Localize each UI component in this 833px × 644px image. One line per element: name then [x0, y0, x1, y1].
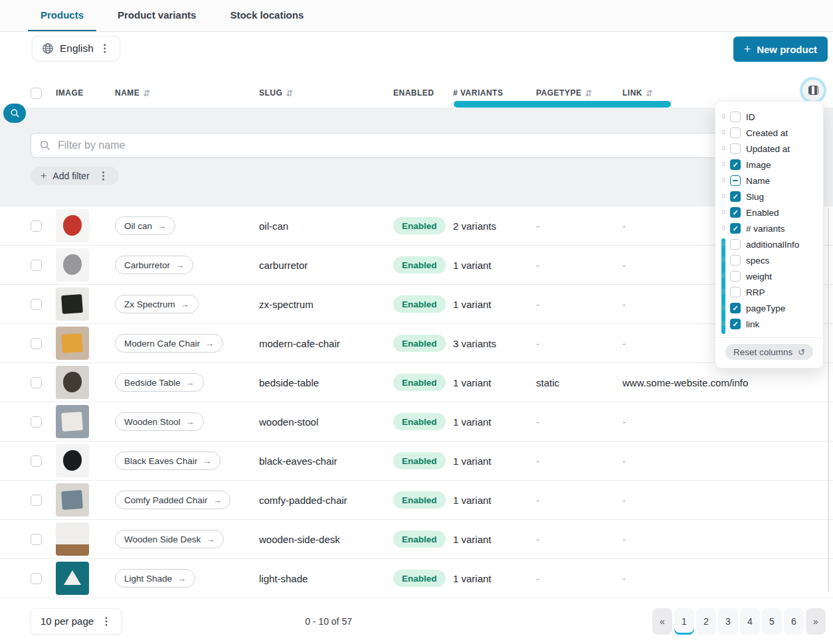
drag-handle-icon[interactable]: ⠿	[721, 273, 725, 280]
column-checkbox[interactable]	[730, 271, 741, 282]
column-checkbox[interactable]	[730, 239, 741, 250]
product-name-label: Light Shade	[124, 574, 172, 584]
result-range-label: 0 - 10 of 57	[63, 616, 594, 627]
drag-handle-icon[interactable]: ⠿	[721, 161, 725, 168]
column-checkbox[interactable]: ✓	[730, 319, 741, 329]
table-row: Carburretor→carburretorEnabled1 variant-…	[0, 246, 833, 285]
pagetype-value: -	[536, 220, 622, 232]
row-checkbox[interactable]	[31, 299, 42, 310]
tab-stock-locations[interactable]: Stock locations	[217, 0, 316, 31]
product-name-link[interactable]: Bedside Table→	[115, 373, 204, 392]
column-checkbox[interactable]: ✓	[730, 303, 741, 313]
product-name-link[interactable]: Light Shade→	[115, 569, 195, 588]
new-product-button[interactable]: + New product	[733, 37, 828, 62]
column-checkbox[interactable]	[730, 175, 741, 186]
scrollbar-track[interactable]	[828, 208, 829, 592]
column-picker-item-pagetype[interactable]: ⠿✓pageType	[715, 300, 823, 316]
product-name-link[interactable]: Carburretor→	[115, 256, 193, 274]
column-picker-item-link[interactable]: ⠿✓link	[715, 316, 823, 332]
next-page-button[interactable]: »	[806, 608, 826, 635]
drag-handle-icon[interactable]: ⠿	[721, 305, 725, 311]
column-checkbox[interactable]: ✓	[730, 223, 741, 234]
row-checkbox[interactable]	[31, 495, 42, 506]
column-picker-label: specs	[746, 256, 769, 266]
drag-handle-icon[interactable]: ⠿	[721, 129, 725, 136]
tab-products[interactable]: Products	[28, 0, 96, 31]
column-picker-button[interactable]	[802, 80, 824, 101]
column-picker-item-weight[interactable]: ⠿weight	[715, 268, 823, 284]
drag-handle-icon[interactable]: ⠿	[721, 209, 725, 216]
column-checkbox[interactable]	[730, 127, 741, 138]
add-filter-button[interactable]: + Add filter ⋮	[31, 167, 119, 185]
row-checkbox[interactable]	[31, 220, 42, 232]
reset-columns-button[interactable]: Reset columns ↺	[725, 344, 813, 360]
row-checkbox[interactable]	[31, 416, 42, 428]
column-picker-item-name[interactable]: ⠿Name	[715, 173, 823, 189]
product-slug: bedside-table	[259, 377, 393, 388]
column-picker-item-created-at[interactable]: ⠿Created at	[715, 125, 823, 141]
filter-by-name-input[interactable]	[31, 133, 824, 158]
column-checkbox[interactable]	[730, 143, 741, 154]
page-button-3[interactable]: 3	[718, 608, 738, 635]
drag-handle-icon[interactable]: ⠿	[721, 145, 725, 152]
column-checkbox[interactable]	[730, 255, 741, 266]
drag-handle-icon[interactable]: ⠿	[721, 257, 725, 264]
column-picker-item-updated-at[interactable]: ⠿Updated at	[715, 141, 823, 157]
column-picker-item-slug[interactable]: ⠿✓Slug	[715, 189, 823, 204]
column-checkbox[interactable]	[730, 287, 741, 297]
page-button-5[interactable]: 5	[762, 608, 782, 635]
column-picker-item-additionalinfo[interactable]: ⠿additionalInfo	[715, 236, 823, 252]
sort-icon[interactable]: ⇵	[143, 88, 150, 98]
product-slug: modern-cafe-chair	[259, 338, 393, 349]
product-thumbnail-cell	[56, 562, 115, 595]
product-name-link[interactable]: Oil can→	[115, 216, 175, 235]
product-name-link[interactable]: Wooden Side Desk→	[115, 530, 224, 548]
column-picker-item-rrp[interactable]: ⠿RRP	[715, 284, 823, 300]
drag-handle-icon[interactable]: ⠿	[721, 321, 725, 327]
product-name-link[interactable]: Comfy Padded Chair→	[115, 491, 231, 509]
page-button-2[interactable]: 2	[696, 608, 716, 635]
column-picker-item-image[interactable]: ⠿✓Image	[715, 157, 823, 173]
prev-page-button[interactable]: «	[652, 608, 672, 635]
sort-icon[interactable]: ⇵	[646, 88, 653, 98]
language-menu-icon[interactable]: ⋮	[100, 43, 110, 54]
select-all-checkbox[interactable]	[31, 88, 42, 99]
row-checkbox[interactable]	[31, 455, 42, 467]
drag-handle-icon[interactable]: ⠿	[721, 193, 725, 200]
column-picker-item-specs[interactable]: ⠿specs	[715, 252, 823, 268]
sort-icon[interactable]: ⇵	[286, 88, 293, 98]
page-button-6[interactable]: 6	[784, 608, 804, 635]
filter-menu-icon[interactable]: ⋮	[96, 171, 109, 181]
row-checkbox[interactable]	[31, 573, 42, 584]
product-name-link[interactable]: Zx Spectrum→	[115, 295, 199, 313]
product-name-link[interactable]: Wooden Stool→	[115, 412, 204, 431]
column-checkbox[interactable]: ✓	[730, 159, 741, 170]
tab-product-variants[interactable]: Product variants	[105, 0, 209, 31]
page-button-1[interactable]: 1	[674, 608, 694, 635]
column-checkbox[interactable]	[730, 112, 741, 122]
row-checkbox[interactable]	[31, 377, 42, 388]
column-picker-item-enabled[interactable]: ⠿✓Enabled	[715, 204, 823, 220]
drag-handle-icon[interactable]: ⠿	[721, 241, 725, 248]
sort-icon[interactable]: ⇵	[585, 88, 592, 98]
enabled-cell: Enabled	[393, 530, 453, 548]
drag-handle-icon[interactable]: ⠿	[721, 177, 725, 184]
column-checkbox[interactable]: ✓	[730, 207, 741, 218]
row-checkbox[interactable]	[31, 534, 42, 545]
column-picker-item-id[interactable]: ⠿ID	[715, 109, 823, 125]
product-name-link[interactable]: Black Eaves Chair→	[115, 451, 221, 470]
enabled-cell: Enabled	[393, 335, 453, 352]
search-toggle-button[interactable]	[3, 104, 26, 123]
column-checkbox[interactable]: ✓	[730, 191, 741, 202]
drag-handle-icon[interactable]: ⠿	[721, 225, 725, 232]
drag-handle-icon[interactable]: ⠿	[721, 114, 725, 120]
row-checkbox[interactable]	[31, 260, 42, 271]
column-header-label: PAGETYPE	[536, 88, 581, 98]
column-picker-item-variants[interactable]: ⠿✓# variants	[715, 220, 823, 236]
status-badge: Enabled	[393, 491, 446, 509]
drag-handle-icon[interactable]: ⠿	[721, 289, 725, 295]
page-button-4[interactable]: 4	[740, 608, 760, 635]
language-selector[interactable]: English ⋮	[32, 36, 120, 61]
row-checkbox[interactable]	[31, 338, 42, 349]
product-name-link[interactable]: Modern Cafe Chair→	[115, 334, 223, 353]
